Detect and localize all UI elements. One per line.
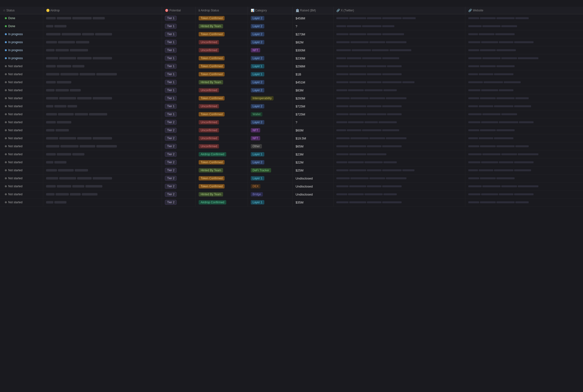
link-bar xyxy=(349,17,366,19)
status-badge: Not started xyxy=(3,160,24,165)
status-badge: Not started xyxy=(3,176,24,181)
blur-bar xyxy=(82,33,94,36)
blur-bar xyxy=(55,89,69,92)
status-dot xyxy=(5,89,7,91)
link-placeholder xyxy=(468,41,580,43)
twitter-cell xyxy=(333,166,465,174)
link-bar xyxy=(382,129,399,131)
twitter-cell xyxy=(333,158,465,166)
link-bar xyxy=(468,161,480,163)
status-badge: Not started xyxy=(3,80,24,85)
link-bar xyxy=(515,145,529,147)
link-bar xyxy=(336,25,346,27)
status-badge: Not started xyxy=(3,96,24,101)
airdrop-cell xyxy=(43,30,162,38)
category-badge: Layer 1 xyxy=(251,152,264,156)
table-row: In progress Tier 1 Unconfirmed NFT $300M xyxy=(0,46,583,54)
status-dot xyxy=(5,121,7,123)
blur-bar xyxy=(75,169,88,172)
link-bar xyxy=(514,169,531,171)
link-bar xyxy=(369,41,385,43)
link-placeholder xyxy=(336,97,463,99)
status-cell: Not started xyxy=(0,94,43,102)
airdrop-name-blurred xyxy=(46,161,159,164)
airdrop-status-badge: Token Confirmed xyxy=(199,96,225,100)
status-badge: Not started xyxy=(3,128,24,133)
airdrop-status-badge: Hinted By Team xyxy=(199,80,223,84)
airdrop-status-badge: Token Confirmed xyxy=(199,184,225,188)
status-label: Not started xyxy=(8,168,22,172)
link-bar xyxy=(518,153,538,155)
link-bar xyxy=(367,201,382,203)
tier-badge: Tier 1 xyxy=(165,24,176,28)
status-label: Done xyxy=(8,24,15,28)
status-label: Not started xyxy=(8,104,22,108)
link-bar xyxy=(336,97,350,99)
link-bar xyxy=(497,145,515,147)
link-bar xyxy=(367,185,382,187)
status-label: Not started xyxy=(8,80,22,84)
airdrop-status-badge: Token Confirmed xyxy=(199,112,225,116)
link-bar xyxy=(350,41,369,43)
link-bar xyxy=(336,17,349,19)
potential-cell: Tier 2 xyxy=(162,198,196,206)
link-placeholder xyxy=(468,17,580,19)
tier-badge: Tier 2 xyxy=(165,136,176,141)
blur-bar xyxy=(77,177,92,180)
link-bar xyxy=(479,169,493,171)
blur-bar xyxy=(77,57,92,60)
airdrop-status-badge: Unconfirmed xyxy=(199,120,219,124)
link-bar xyxy=(480,17,496,19)
link-bar xyxy=(336,49,351,51)
status-cell: Done xyxy=(0,14,43,22)
link-bar xyxy=(515,201,529,203)
category-cell: Layer 2 xyxy=(248,22,292,30)
status-cell: Not started xyxy=(0,126,43,134)
link-bar xyxy=(482,25,501,27)
link-bar xyxy=(499,161,513,163)
link-bar xyxy=(369,177,385,179)
raised-value: ? xyxy=(296,24,297,28)
status-label: In progress xyxy=(8,40,23,44)
link-bar xyxy=(336,177,350,179)
link-bar xyxy=(348,121,364,123)
page-header xyxy=(0,0,583,7)
airdrop-status-badge: Unconfirmed xyxy=(199,48,219,52)
status-label: Not started xyxy=(8,144,22,148)
link-bar xyxy=(481,161,498,163)
website-cell xyxy=(465,126,583,134)
category-cell: Layer 2 xyxy=(248,30,292,38)
tier-badge: Tier 2 xyxy=(165,160,176,165)
link-bar xyxy=(468,169,478,171)
link-bar xyxy=(387,65,402,67)
raised-cell: $25M xyxy=(292,166,333,174)
link-bar xyxy=(499,193,513,195)
airdrop-name-blurred xyxy=(46,145,159,148)
status-label: Not started xyxy=(8,160,22,164)
link-placeholder xyxy=(336,177,463,179)
link-placeholder xyxy=(336,89,463,91)
website-cell xyxy=(465,38,583,46)
status-cell: Not started xyxy=(0,78,43,86)
link-bar xyxy=(514,161,534,163)
airdrop-status-cell: Hinted By Team xyxy=(196,190,248,198)
website-cell xyxy=(465,182,583,190)
link-placeholder xyxy=(468,49,580,51)
blur-bar xyxy=(79,73,95,76)
raised-value: $22M xyxy=(296,160,304,164)
blur-bar xyxy=(46,49,54,52)
category-cell: Layer 2 xyxy=(248,118,292,126)
link-bar xyxy=(514,193,534,195)
twitter-cell xyxy=(333,118,465,126)
raised-value: $65M xyxy=(296,144,304,148)
airdrop-status-cell: Token Confirmed xyxy=(196,94,248,102)
category-cell: Layer 1 xyxy=(248,62,292,70)
blur-bar xyxy=(46,145,59,148)
blur-bar xyxy=(55,129,69,132)
status-badge: In progress xyxy=(3,40,25,45)
link-bar xyxy=(479,137,493,139)
blur-bar xyxy=(46,121,56,124)
table-row: Done Tier 1 Token Confirmed Layer 2 $458… xyxy=(0,14,583,22)
link-bar xyxy=(497,97,515,99)
link-bar xyxy=(497,177,515,179)
